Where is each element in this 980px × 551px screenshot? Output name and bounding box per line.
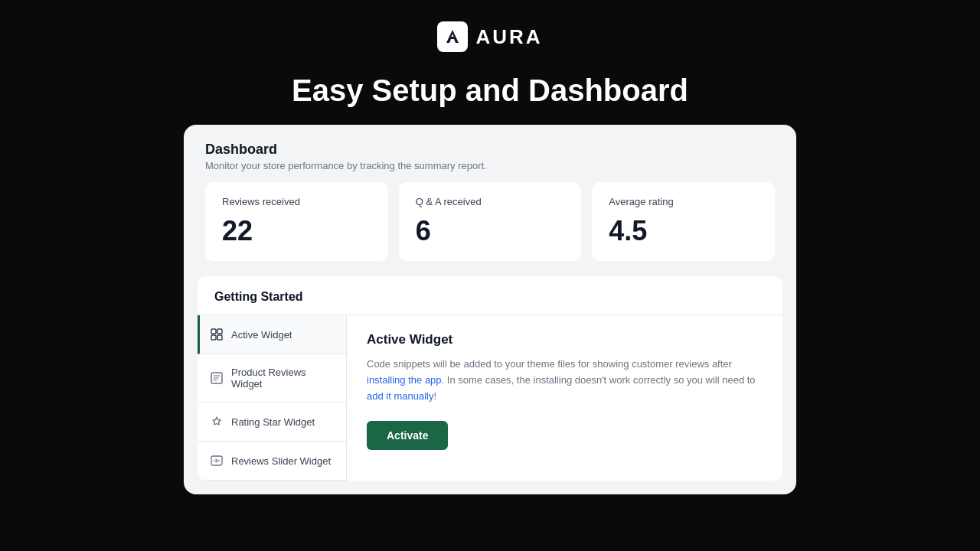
logo-icon [437, 21, 468, 52]
menu-item-label-rating-star: Rating Star Widget [231, 416, 315, 428]
content-title: Active Widget [367, 332, 763, 347]
menu-item-product-reviews[interactable]: Product Reviews Widget [198, 354, 346, 403]
menu-item-label-product-reviews: Product Reviews Widget [231, 367, 334, 390]
menu-item-label-active-widget: Active Widget [231, 329, 292, 341]
stat-label-qa: Q & A received [416, 196, 565, 207]
svg-rect-1 [217, 329, 222, 334]
menu-item-reviews-slider[interactable]: Reviews Slider Widget [198, 442, 346, 481]
content-text-part1: Code snippets will be added to your them… [367, 358, 732, 370]
content-text: Code snippets will be added to your them… [367, 357, 763, 404]
stat-value-qa: 6 [416, 215, 565, 247]
menu-item-label-reviews-slider: Reviews Slider Widget [231, 455, 331, 467]
content-text-part3: ! [433, 390, 436, 402]
content-text-part2: . In some cases, the installing doesn't … [442, 374, 756, 386]
stat-label-rating: Average rating [609, 196, 758, 207]
logo-text: AURA [475, 25, 542, 49]
getting-started-section: Getting Started Active Widget [198, 276, 782, 481]
stat-card-qa: Q & A received 6 [399, 182, 582, 261]
content-link-manually[interactable]: add it manually [367, 390, 433, 402]
stat-value-reviews: 22 [222, 215, 371, 247]
getting-started-title: Getting Started [198, 276, 782, 315]
menu-item-active-widget[interactable]: Active Widget [198, 315, 346, 354]
svg-rect-3 [217, 335, 222, 340]
dashboard-header: Dashboard Monitor your store performance… [184, 125, 796, 182]
content-link-installing[interactable]: installing the app [367, 374, 442, 386]
svg-rect-2 [211, 335, 216, 340]
logo-row: AURA [437, 21, 542, 52]
svg-rect-0 [211, 329, 216, 334]
getting-started-menu: Active Widget Product Reviews Widget [198, 315, 347, 481]
slider-icon [210, 454, 224, 468]
getting-started-body: Active Widget Product Reviews Widget [198, 315, 782, 481]
star-icon [210, 415, 224, 429]
dashboard-subtitle: Monitor your store performance by tracki… [205, 160, 775, 171]
dashboard-title: Dashboard [205, 142, 775, 158]
svg-rect-5 [211, 456, 222, 465]
product-reviews-icon [210, 371, 224, 385]
active-widget-content: Active Widget Code snippets will be adde… [347, 315, 782, 481]
stat-value-rating: 4.5 [609, 215, 758, 247]
header: AURA Easy Setup and Dashboard [292, 0, 688, 108]
stat-card-rating: Average rating 4.5 [592, 182, 775, 261]
main-card: Dashboard Monitor your store performance… [184, 125, 796, 494]
stat-label-reviews: Reviews received [222, 196, 371, 207]
page-title: Easy Setup and Dashboard [292, 73, 688, 108]
grid-icon [210, 328, 224, 341]
stat-card-reviews: Reviews received 22 [205, 182, 388, 261]
menu-item-rating-star[interactable]: Rating Star Widget [198, 403, 346, 442]
stats-row: Reviews received 22 Q & A received 6 Ave… [184, 182, 796, 276]
activate-button[interactable]: Activate [367, 421, 448, 450]
